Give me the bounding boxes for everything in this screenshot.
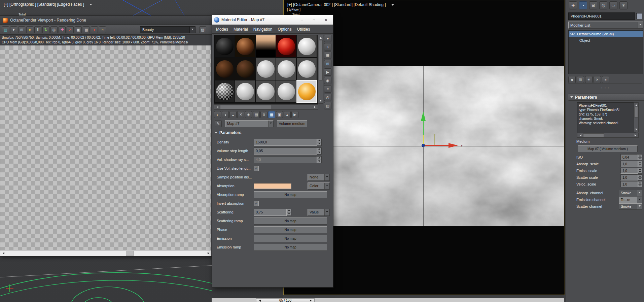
slots-vertical-scrollbar[interactable] xyxy=(318,35,323,104)
material-editor-titlebar[interactable]: Material Editor - Map #7 ─ □ ✕ xyxy=(212,15,333,25)
scroll-right-icon[interactable] xyxy=(633,133,638,137)
material-slot[interactable] xyxy=(296,35,317,58)
object-color-swatch[interactable] xyxy=(636,13,642,19)
scroll-up-icon[interactable] xyxy=(634,103,638,106)
options-icon[interactable]: ≡ xyxy=(324,85,331,93)
scatter-scale-field[interactable]: 1,0 xyxy=(620,174,638,180)
show-map-in-viewport-icon[interactable]: ▦ xyxy=(268,111,275,118)
material-slot[interactable] xyxy=(276,80,296,103)
dropdown-arrow-icon[interactable] xyxy=(268,121,273,127)
modifier-stack-item-object[interactable]: Object xyxy=(569,37,643,43)
iso-spinner[interactable] xyxy=(638,154,642,160)
pause-render-icon[interactable]: ‖ xyxy=(34,26,41,33)
region-render-icon[interactable]: ▦ xyxy=(83,26,90,33)
scrollbar-track[interactable] xyxy=(634,106,638,128)
render-settings-icon[interactable]: ▧ xyxy=(199,26,206,33)
scroll-right-icon[interactable] xyxy=(206,250,211,256)
close-button[interactable]: ✕ xyxy=(321,16,331,23)
scroll-left-icon[interactable] xyxy=(0,250,5,256)
absorp-scale-field[interactable]: 1,0 xyxy=(620,161,638,167)
absorp-scale-spinner[interactable] xyxy=(638,161,642,167)
sample-type-icon[interactable]: ● xyxy=(324,35,331,42)
save-image-icon[interactable]: ▼ xyxy=(10,26,17,33)
viewport-label-text[interactable]: [+] [Orthographic ] [Standard] [Edged Fa… xyxy=(4,2,84,7)
material-slot-volume-map[interactable] xyxy=(255,35,276,58)
rollout-collapse-icon[interactable] xyxy=(570,96,573,99)
display-tab[interactable]: ▭ xyxy=(609,1,617,9)
material-slot[interactable] xyxy=(214,35,235,58)
maximize-button[interactable]: □ xyxy=(309,16,319,23)
dropdown-arrow-icon[interactable] xyxy=(324,209,329,215)
scrollbar-thumb[interactable] xyxy=(126,251,134,256)
put-material-icon[interactable]: ◑ xyxy=(222,111,229,118)
utilities-tab[interactable]: ✳ xyxy=(619,1,628,9)
scrollbar-thumb[interactable] xyxy=(220,105,271,109)
put-to-library-icon[interactable]: ▤ xyxy=(253,111,260,118)
absorption-mode-dropdown[interactable]: Color xyxy=(308,182,330,190)
material-slot[interactable] xyxy=(235,58,255,80)
scrollbar-track[interactable] xyxy=(318,39,323,99)
veloc-scale-field[interactable]: 1,0 xyxy=(620,181,638,187)
scroll-down-icon[interactable] xyxy=(634,128,638,132)
sample-uv-tiling-icon[interactable]: ⊞ xyxy=(324,60,331,67)
go-to-parent-icon[interactable]: ▲ xyxy=(284,111,291,118)
scrollbar-track[interactable] xyxy=(582,133,633,137)
density-spinner[interactable] xyxy=(317,139,322,146)
invert-absorption-checkbox[interactable]: ✓ xyxy=(254,201,259,206)
volume-step-spinner[interactable] xyxy=(317,147,322,155)
material-slot[interactable] xyxy=(296,58,317,80)
scattering-ramp-button[interactable]: No map xyxy=(254,217,327,225)
parameters-rollout-header[interactable]: Parameters xyxy=(568,94,644,101)
dropdown-arrow-icon[interactable] xyxy=(324,183,329,189)
modifier-stack-item-octanevolume[interactable]: OctaneVolume (WSM) xyxy=(569,31,643,37)
render-pass-dropdown[interactable]: Beauty xyxy=(140,26,195,33)
dropdown-arrow-icon[interactable] xyxy=(324,174,329,180)
material-map-navigator-icon[interactable]: ▤ xyxy=(324,102,331,109)
sun-lighting-icon[interactable]: ☼ xyxy=(99,26,106,33)
backlight-icon[interactable]: ◑ xyxy=(324,43,331,51)
slots-horizontal-scrollbar[interactable] xyxy=(214,104,318,110)
clay-mode-icon[interactable]: ▣ xyxy=(75,26,82,33)
lock-render-icon[interactable]: ● xyxy=(26,26,33,33)
menu-material[interactable]: Material xyxy=(231,26,251,33)
absorption-color-swatch[interactable] xyxy=(254,183,291,189)
camera-viewport-label-text[interactable]: [+] [OctaneCamera_002 ] [Standard] [Defa… xyxy=(287,2,386,7)
remove-modifier-icon[interactable]: ✕ xyxy=(594,76,601,83)
material-slot[interactable] xyxy=(214,80,235,103)
menu-options[interactable]: Options xyxy=(275,26,294,33)
go-forward-sibling-icon[interactable]: ▶ xyxy=(291,111,298,118)
use-vol-step-checkbox[interactable]: ✓ xyxy=(254,166,259,171)
show-end-result-stack-icon[interactable]: ▥ xyxy=(577,76,584,83)
scrollbar-thumb[interactable] xyxy=(634,107,638,118)
menu-modes[interactable]: Modes xyxy=(213,26,231,33)
scatter-scale-spinner[interactable] xyxy=(638,174,642,180)
panel-resize-grip[interactable]: ▪ ▪ ▪ xyxy=(566,86,644,90)
pick-material-icon[interactable]: ✚ xyxy=(59,26,66,33)
absorption-ramp-button[interactable]: No map xyxy=(254,191,327,198)
make-unique-stack-icon[interactable]: ✳ xyxy=(585,76,593,83)
scroll-down-icon[interactable] xyxy=(318,99,323,103)
get-material-icon[interactable]: ◐ xyxy=(214,111,221,118)
render-horizontal-scrollbar[interactable] xyxy=(0,250,211,256)
scattering-field[interactable]: 0,75 xyxy=(254,209,287,216)
absorp-channel-dropdown[interactable]: Smoke xyxy=(619,190,642,196)
material-slot[interactable] xyxy=(235,35,255,58)
parameters-rollout-header[interactable]: Parameters xyxy=(215,130,330,136)
assign-material-to-selection-icon[interactable]: ◒ xyxy=(229,111,237,118)
hierarchy-tab[interactable]: ⊟ xyxy=(589,1,597,9)
motion-tab[interactable]: ◎ xyxy=(599,1,607,9)
scrollbar-track[interactable] xyxy=(5,250,206,256)
stop-render-icon[interactable]: ✕ xyxy=(67,26,74,33)
material-name-dropdown[interactable]: Map #7 xyxy=(225,120,274,127)
scroll-right-icon[interactable] xyxy=(313,105,318,109)
material-slot[interactable] xyxy=(214,58,235,80)
pin-stack-icon[interactable]: ◆ xyxy=(568,76,576,83)
viewport-label-menu[interactable]: [+] [Orthographic ] [Standard] [Edged Fa… xyxy=(4,2,92,7)
material-slot-selected[interactable] xyxy=(296,80,317,103)
dropdown-arrow-icon[interactable] xyxy=(189,27,195,33)
material-slot[interactable] xyxy=(276,35,296,58)
veloc-scale-spinner[interactable] xyxy=(638,181,642,187)
info-horizontal-scrollbar[interactable] xyxy=(577,133,639,138)
modify-tab[interactable]: ◔ xyxy=(579,1,587,9)
emiss-scale-spinner[interactable] xyxy=(638,168,642,174)
